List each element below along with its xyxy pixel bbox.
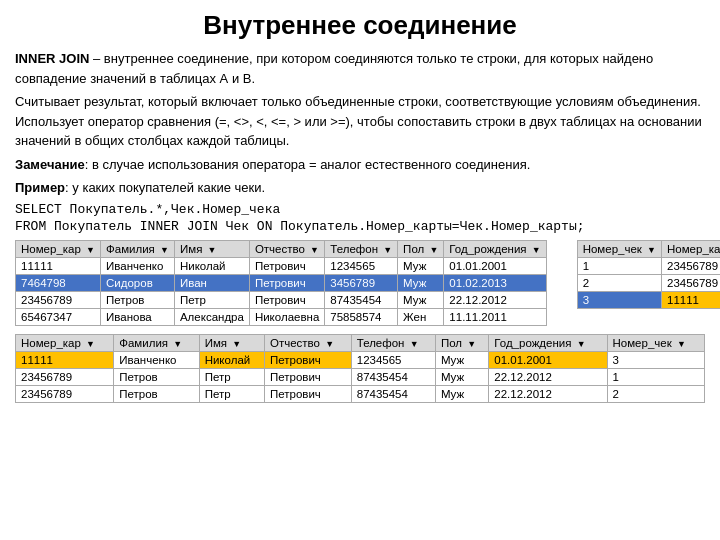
res-col-pol[interactable]: Пол ▼ — [435, 334, 488, 351]
col-header-nomer-karty[interactable]: Номер_карты ▼ — [662, 240, 721, 257]
result-row-1: 11111 Иванченко Николай Петрович 1234565… — [16, 351, 705, 368]
col-header-telefon[interactable]: Телефон ▼ — [325, 240, 398, 257]
cell: 7464798 — [16, 274, 101, 291]
table-row: 23456789 Петров Петр Петрович 87435454 М… — [16, 291, 547, 308]
cell: Александра — [174, 308, 249, 325]
cell: Муж — [435, 368, 488, 385]
example-label: Пример: у каких покупателей какие чеки. — [15, 178, 705, 198]
cell: Николай — [174, 257, 249, 274]
code-line-2: FROM Покупатель INNER JOIN Чек ON Покупа… — [15, 219, 705, 234]
cell: 23456789 — [662, 274, 721, 291]
cell: 01.01.2001 — [489, 351, 607, 368]
res-col-familiya[interactable]: Фамилия ▼ — [114, 334, 199, 351]
cell: Муж — [435, 351, 488, 368]
table-chek: Номер_чек ▼ Номер_карты ▼ 1 23456789 2 2… — [577, 240, 720, 309]
cell: 87435454 — [351, 368, 435, 385]
cell: 1234565 — [325, 257, 398, 274]
cell: 87435454 — [351, 385, 435, 402]
table-row: 2 23456789 — [577, 274, 720, 291]
cell: Петрович — [264, 368, 351, 385]
cell: Муж — [398, 257, 444, 274]
cell: Петров — [114, 368, 199, 385]
cell: 1 — [607, 368, 705, 385]
cell: 65467347 — [16, 308, 101, 325]
cell: 23456789 — [662, 257, 721, 274]
cell: Петров — [101, 291, 175, 308]
cell: Николай — [199, 351, 264, 368]
cell: Петрович — [249, 291, 324, 308]
table-pokupatel: Номер_кар ▼ Фамилия ▼ Имя ▼ Отчество ▼ Т… — [15, 240, 547, 326]
cell: 87435454 — [325, 291, 398, 308]
page-title: Внутреннее соединение — [15, 10, 705, 41]
cell: Петров — [114, 385, 199, 402]
res-col-telefon[interactable]: Телефон ▼ — [351, 334, 435, 351]
res-col-imya[interactable]: Имя ▼ — [199, 334, 264, 351]
cell: Муж — [398, 291, 444, 308]
cell: Петр — [199, 385, 264, 402]
result-row-3: 23456789 Петров Петр Петрович 87435454 М… — [16, 385, 705, 402]
col-header-nomer-kar[interactable]: Номер_кар ▼ — [16, 240, 101, 257]
cell: 11.11.2011 — [444, 308, 546, 325]
res-col-nomer-chek[interactable]: Номер_чек ▼ — [607, 334, 705, 351]
cell: Иванова — [101, 308, 175, 325]
description-1: INNER JOIN – внутреннее соединение, при … — [15, 49, 705, 88]
col-header-god[interactable]: Год_рождения ▼ — [444, 240, 546, 257]
cell: 11111 — [16, 257, 101, 274]
cell: Жен — [398, 308, 444, 325]
cell: 22.12.2012 — [444, 291, 546, 308]
col-header-pol[interactable]: Пол ▼ — [398, 240, 444, 257]
table-row: 1 23456789 — [577, 257, 720, 274]
table-result: Номер_кар ▼ Фамилия ▼ Имя ▼ Отчество ▼ Т… — [15, 334, 705, 403]
table-row: 65467347 Иванова Александра Николаевна 7… — [16, 308, 547, 325]
table-row-highlighted: 7464798 Сидоров Иван Петрович 3456789 Му… — [16, 274, 547, 291]
table-left-container: Номер_кар ▼ Фамилия ▼ Имя ▼ Отчество ▼ Т… — [15, 240, 547, 326]
col-header-nomer-chek[interactable]: Номер_чек ▼ — [577, 240, 661, 257]
cell: Петр — [199, 368, 264, 385]
cell: Иванченко — [114, 351, 199, 368]
cell: 22.12.2012 — [489, 385, 607, 402]
description-2: Считывает результат, который включает то… — [15, 92, 705, 151]
table-row: 11111 Иванченко Николай Петрович 1234565… — [16, 257, 547, 274]
cell: Муж — [435, 385, 488, 402]
code-line-1: SELECT Покупатель.*,Чек.Номер_чека — [15, 202, 705, 217]
cell: Петрович — [249, 257, 324, 274]
cell: Петрович — [249, 274, 324, 291]
cell: 11111 — [662, 291, 721, 308]
cell: 3456789 — [325, 274, 398, 291]
cell: 11111 — [16, 351, 114, 368]
cell: Иван — [174, 274, 249, 291]
table-row-orange: 3 11111 — [577, 291, 720, 308]
cell: 3 — [607, 351, 705, 368]
cell: 75858574 — [325, 308, 398, 325]
cell: 2 — [607, 385, 705, 402]
cell: 23456789 — [16, 368, 114, 385]
col-header-imya[interactable]: Имя ▼ — [174, 240, 249, 257]
cell: Сидоров — [101, 274, 175, 291]
cell: Петрович — [264, 385, 351, 402]
tables-container: Номер_кар ▼ Фамилия ▼ Имя ▼ Отчество ▼ Т… — [15, 240, 705, 326]
cell: 3 — [577, 291, 661, 308]
cell: 23456789 — [16, 291, 101, 308]
cell: Петрович — [264, 351, 351, 368]
cell: Николаевна — [249, 308, 324, 325]
cell: 22.12.2012 — [489, 368, 607, 385]
res-col-otchestvo[interactable]: Отчество ▼ — [264, 334, 351, 351]
cell: Петр — [174, 291, 249, 308]
result-row-2: 23456789 Петров Петр Петрович 87435454 М… — [16, 368, 705, 385]
cell: 01.01.2001 — [444, 257, 546, 274]
cell: 01.02.2013 — [444, 274, 546, 291]
cell: Иванченко — [101, 257, 175, 274]
cell: 1 — [577, 257, 661, 274]
cell: 23456789 — [16, 385, 114, 402]
result-section: Номер_кар ▼ Фамилия ▼ Имя ▼ Отчество ▼ Т… — [15, 334, 705, 403]
res-col-nomer-kar[interactable]: Номер_кар ▼ — [16, 334, 114, 351]
col-header-familiya[interactable]: Фамилия ▼ — [101, 240, 175, 257]
res-col-god[interactable]: Год_рождения ▼ — [489, 334, 607, 351]
col-header-otchestvo[interactable]: Отчество ▼ — [249, 240, 324, 257]
cell: 2 — [577, 274, 661, 291]
cell: Муж — [398, 274, 444, 291]
table-middle-container: Номер_чек ▼ Номер_карты ▼ 1 23456789 2 2… — [577, 240, 720, 309]
note: Замечание: в случае использования операт… — [15, 155, 705, 175]
cell: 1234565 — [351, 351, 435, 368]
